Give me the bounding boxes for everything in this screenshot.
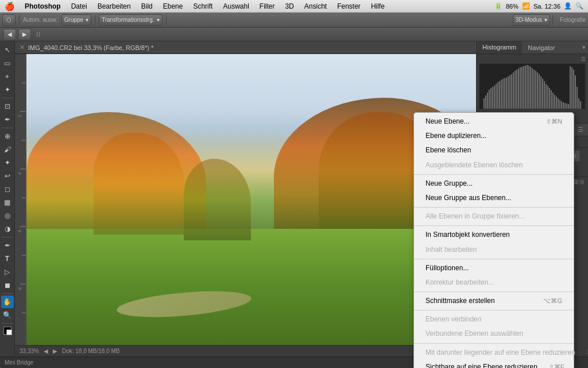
svg-rect-71 <box>544 81 545 109</box>
svg-rect-66 <box>535 71 536 109</box>
menu-3d[interactable]: 3D <box>280 1 298 12</box>
menu-filter[interactable]: Filter <box>255 1 280 12</box>
menu-photoshop[interactable]: Photoshop <box>20 1 65 12</box>
svg-rect-51 <box>509 75 510 109</box>
tool-gradient[interactable]: ▦ <box>1 196 14 209</box>
tool-brush[interactable]: 🖌 <box>1 143 14 156</box>
canvas-title: IMG_4040.CR2 bei 33,3% (Farbe, RGB/8*) * <box>28 44 153 51</box>
svg-rect-38 <box>487 93 488 109</box>
svg-rect-88 <box>573 70 574 109</box>
ctx-label-fuelloptionen: Fülloptionen... <box>425 263 469 274</box>
user-icon: 👤 <box>564 2 572 10</box>
opt-back-btn[interactable]: ◀ <box>3 29 16 40</box>
ctx-label-smartobjekt: In Smartobjekt konvertieren <box>425 229 510 240</box>
nav-right[interactable]: ▶ <box>53 348 57 354</box>
ctx-item-sichtbare-reduzieren[interactable]: Sichtbare auf eine Ebene reduzieren⇧⌘E <box>414 360 574 368</box>
close-btn[interactable]: ✕ <box>20 44 25 51</box>
tool-mode-btn[interactable]: ⬡ <box>2 14 16 26</box>
svg-rect-91 <box>578 98 579 109</box>
svg-rect-90 <box>577 87 578 109</box>
menu-bild[interactable]: Bild <box>137 1 157 12</box>
ctx-item-fuelloptionen[interactable]: Fülloptionen... <box>414 261 574 275</box>
korrekturen-menu[interactable]: ☰ <box>578 126 583 133</box>
svg-rect-53 <box>513 72 514 109</box>
ctx-item-verbundene-auswaehlen: Verbundene Ebenen auswählen <box>414 327 574 341</box>
svg-rect-55 <box>516 70 517 109</box>
histogram-menu[interactable]: ☰ <box>581 56 586 62</box>
tool-healing[interactable]: ⊕ <box>1 130 14 143</box>
nav-left[interactable]: ◀ <box>44 348 48 354</box>
menu-fenster[interactable]: Fenster <box>332 1 365 12</box>
photo-image <box>26 54 476 345</box>
svg-rect-41 <box>492 87 493 109</box>
ctx-item-ebene-loeschen[interactable]: Ebene löschen <box>414 143 574 158</box>
tool-move[interactable]: ↖ <box>1 44 14 56</box>
ctx-sep-after-schnittmaske <box>414 310 574 310</box>
tool-shape[interactable]: ◼ <box>1 279 14 292</box>
svg-rect-49 <box>506 78 507 109</box>
tool-path-select[interactable]: ▷ <box>1 266 14 278</box>
ctx-label-neue-ebene: Neue Ebene... <box>425 116 470 127</box>
menu-ebene[interactable]: Ebene <box>158 1 188 12</box>
tool-eraser[interactable]: ◻ <box>1 183 14 195</box>
tool-hand[interactable]: ✋ <box>1 296 14 308</box>
menu-hilfe[interactable]: Hilfe <box>366 1 389 12</box>
svg-rect-47 <box>502 79 504 109</box>
fotografie-label: Fotografie <box>560 17 586 23</box>
svg-rect-65 <box>533 70 535 109</box>
svg-rect-72 <box>546 84 547 109</box>
layer-ctrl-9[interactable]: ◎ <box>579 178 585 185</box>
menu-bearbeiten[interactable]: Bearbeiten <box>93 1 136 12</box>
tool-blur[interactable]: ◎ <box>1 209 14 222</box>
svg-rect-73 <box>547 86 548 109</box>
svg-rect-54 <box>514 71 516 109</box>
ctx-item-korrektur-bearbeiten: Korrektur bearbeiten... <box>414 275 574 290</box>
background-color[interactable] <box>6 329 12 335</box>
ctx-item-neue-ebene[interactable]: Neue Ebene...⇧⌘N <box>414 114 574 129</box>
svg-rect-84 <box>566 103 567 109</box>
navigator-tab[interactable]: Navigator <box>522 41 560 53</box>
svg-rect-77 <box>554 95 555 109</box>
histogram-tab[interactable]: Histogramm <box>477 41 522 53</box>
menu-ansicht[interactable]: Ansicht <box>300 1 331 12</box>
tool-crop[interactable]: ⊡ <box>1 100 14 113</box>
foreground-color[interactable] <box>3 327 11 335</box>
canvas-tab[interactable]: ✕ IMG_4040.CR2 bei 33,3% (Farbe, RGB/8*)… <box>15 41 476 54</box>
tool-magic-wand[interactable]: ✦ <box>1 83 14 96</box>
transform-dropdown[interactable]: Transformationsstrg.▾ <box>99 14 162 26</box>
opt-fwd-btn[interactable]: ▶ <box>18 29 31 40</box>
ruler-left: 2 4 6 8 <box>15 54 26 345</box>
ctx-item-schnittmaske[interactable]: Schnittmaske erstellen⌥⌘G <box>414 294 574 308</box>
svg-rect-85 <box>568 104 569 109</box>
menu-datei[interactable]: Datei <box>67 1 92 12</box>
ctx-label-gruppe-aus-ebenen: Neue Gruppe aus Ebenen... <box>425 193 511 204</box>
panel-collapse-btn[interactable]: ▾ <box>582 44 586 51</box>
apple-menu[interactable]: 🍎 <box>5 2 14 11</box>
menu-auswahl[interactable]: Auswahl <box>218 1 253 12</box>
ctx-label-ebene-loeschen: Ebene löschen <box>425 145 471 156</box>
tool-zoom[interactable]: 🔍 <box>1 309 14 321</box>
tool-pen[interactable]: ✒ <box>1 239 14 252</box>
mode-3d-dropdown[interactable]: 3D-Modus▾ <box>513 14 550 26</box>
photo-canvas-wrapper <box>26 54 476 345</box>
tool-clone[interactable]: ✦ <box>1 156 14 169</box>
tree-detail-1 <box>94 133 184 235</box>
menu-schrift[interactable]: Schrift <box>188 1 217 12</box>
tool-history-brush[interactable]: ↩ <box>1 170 14 182</box>
toolbar-sep-1 <box>19 15 20 25</box>
svg-rect-75 <box>551 90 552 109</box>
gruppe-dropdown[interactable]: Gruppe▾ <box>61 14 91 26</box>
tool-text[interactable]: T <box>1 252 14 265</box>
tool-rect-select[interactable]: ▭ <box>1 57 14 70</box>
ctx-item-smartobjekt[interactable]: In Smartobjekt konvertieren <box>414 228 574 242</box>
ctx-item-gruppe-aus-ebenen[interactable]: Neue Gruppe aus Ebenen... <box>414 191 574 205</box>
tool-eyedropper[interactable]: ✒ <box>1 113 14 126</box>
ctx-item-neue-gruppe[interactable]: Neue Gruppe... <box>414 177 574 191</box>
ctx-item-ebene-duplizieren[interactable]: Ebene duplizieren... <box>414 129 574 143</box>
ctx-label-sichtbare-reduzieren: Sichtbare auf eine Ebene reduzieren <box>425 362 537 368</box>
tool-sep-3 <box>2 237 13 237</box>
opt-info: ⟨⟩ <box>36 32 41 37</box>
svg-rect-70 <box>542 79 543 109</box>
tool-dodge[interactable]: ◑ <box>1 223 14 235</box>
tool-lasso[interactable]: ⌖ <box>1 70 14 83</box>
